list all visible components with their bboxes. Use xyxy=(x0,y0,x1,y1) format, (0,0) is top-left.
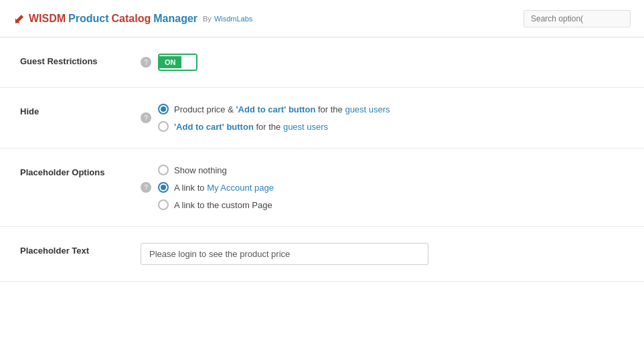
placeholder-option-3[interactable]: A link to the custom Page xyxy=(158,199,274,210)
hide-section: Hide ? Product price & 'Add to cart' but… xyxy=(0,88,644,149)
hide-radio-2[interactable] xyxy=(158,121,169,132)
guest-restrictions-toggle[interactable]: ON xyxy=(158,54,197,71)
hide-option-2-label: 'Add to cart' button for the guest users xyxy=(174,122,328,132)
placeholder-text-input[interactable] xyxy=(141,243,428,265)
guest-restrictions-content: ? ON xyxy=(141,54,624,71)
placeholder-options-help-icon[interactable]: ? xyxy=(141,182,151,193)
hide-radio-group: Product price & 'Add to cart' button for… xyxy=(158,104,390,132)
placeholder-option-2[interactable]: A link to My Account page xyxy=(158,182,274,193)
toggle-on-label: ON xyxy=(159,56,181,68)
hide-help-icon[interactable]: ? xyxy=(141,112,151,123)
placeholder-options-content: ? Show nothing A link to My Account page xyxy=(141,165,624,210)
header: ⬋ WISDM Product Catalog Manager By Wisdm… xyxy=(0,0,644,37)
hide-radio-1[interactable] xyxy=(158,104,169,114)
logo-product: Product xyxy=(68,13,108,25)
logo-labs-link[interactable]: WisdmLabs xyxy=(214,15,252,23)
placeholder-text-label: Placeholder Text xyxy=(20,243,141,256)
logo-manager: Manager xyxy=(153,13,197,25)
app-wrapper: ⬋ WISDM Product Catalog Manager By Wisdm… xyxy=(0,0,644,350)
logo-catalog: Catalog xyxy=(112,13,151,25)
placeholder-text-content xyxy=(141,243,624,265)
logo-by: By xyxy=(203,15,212,23)
toggle-off-area xyxy=(181,55,196,70)
guest-restrictions-help-icon[interactable]: ? xyxy=(141,57,151,68)
placeholder-text-section: Placeholder Text xyxy=(0,227,644,282)
placeholder-options-label: Placeholder Options xyxy=(20,165,141,177)
placeholder-radio-2[interactable] xyxy=(158,182,169,193)
placeholder-option-1-label: Show nothing xyxy=(174,165,227,175)
placeholder-options-section: Placeholder Options ? Show nothing A lin… xyxy=(0,149,644,227)
hide-label: Hide xyxy=(20,104,141,116)
placeholder-radio-1[interactable] xyxy=(158,165,169,175)
content: Guest Restrictions ? ON Hide ? xyxy=(0,37,644,282)
guest-restrictions-label: Guest Restrictions xyxy=(20,54,141,66)
hide-option-2[interactable]: 'Add to cart' button for the guest users xyxy=(158,121,390,132)
placeholder-option-1[interactable]: Show nothing xyxy=(158,165,274,175)
placeholder-options-radio-group: Show nothing A link to My Account page A… xyxy=(158,165,274,210)
header-logo: ⬋ WISDM Product Catalog Manager By Wisdm… xyxy=(13,11,252,27)
guest-restrictions-section: Guest Restrictions ? ON xyxy=(0,37,644,88)
logo-icon: ⬋ xyxy=(13,11,25,27)
placeholder-option-2-label: A link to My Account page xyxy=(174,183,274,193)
placeholder-radio-3[interactable] xyxy=(158,199,169,210)
hide-option-1[interactable]: Product price & 'Add to cart' button for… xyxy=(158,104,390,114)
logo-wisdm: WISDM xyxy=(29,13,66,25)
hide-content: ? Product price & 'Add to cart' button f… xyxy=(141,104,624,132)
hide-option-1-label: Product price & 'Add to cart' button for… xyxy=(174,104,390,114)
search-input[interactable] xyxy=(524,10,631,27)
placeholder-option-3-label: A link to the custom Page xyxy=(174,200,272,210)
